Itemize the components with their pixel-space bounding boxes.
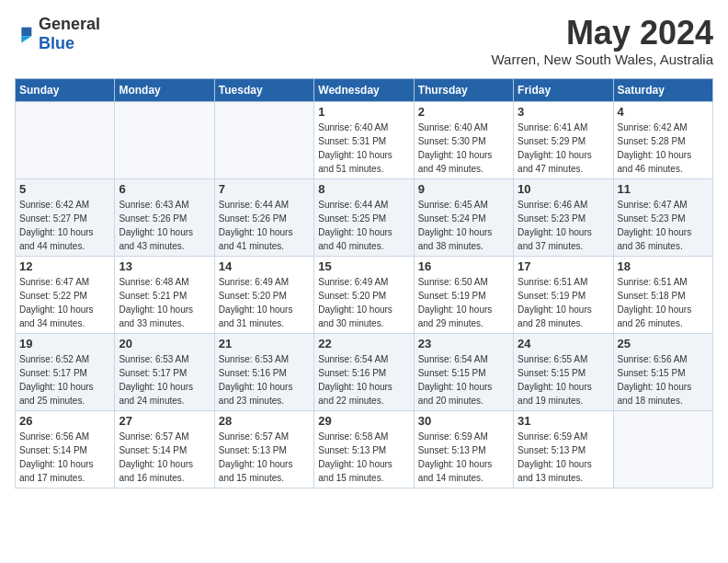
calendar-week-row: 12Sunrise: 6:47 AM Sunset: 5:22 PM Dayli… [16,256,713,333]
day-number: 3 [518,105,609,119]
calendar-day-cell: 6Sunrise: 6:43 AM Sunset: 5:26 PM Daylig… [115,178,214,256]
calendar-day-cell [214,101,313,178]
day-number: 26 [19,414,110,428]
day-number: 21 [219,337,310,350]
calendar-day-cell: 9Sunrise: 6:45 AM Sunset: 5:24 PM Daylig… [414,178,513,256]
month-year-title: May 2024 [492,15,713,52]
day-number: 24 [518,337,609,350]
calendar-week-row: 19Sunrise: 6:52 AM Sunset: 5:17 PM Dayli… [16,333,713,410]
day-number: 5 [19,182,110,196]
calendar-day-cell: 7Sunrise: 6:44 AM Sunset: 5:26 PM Daylig… [214,178,313,256]
day-info: Sunrise: 6:54 AM Sunset: 5:16 PM Dayligh… [318,352,409,408]
day-number: 28 [219,414,310,428]
day-number: 8 [318,182,409,196]
calendar-day-cell: 27Sunrise: 6:57 AM Sunset: 5:14 PM Dayli… [115,410,214,488]
day-number: 1 [318,105,409,119]
calendar-header-tuesday: Tuesday [214,78,313,101]
calendar-day-cell: 4Sunrise: 6:42 AM Sunset: 5:28 PM Daylig… [613,101,712,178]
day-info: Sunrise: 6:44 AM Sunset: 5:25 PM Dayligh… [318,198,409,253]
calendar-week-row: 1Sunrise: 6:40 AM Sunset: 5:31 PM Daylig… [16,101,713,178]
day-info: Sunrise: 6:57 AM Sunset: 5:13 PM Dayligh… [219,430,310,485]
day-info: Sunrise: 6:56 AM Sunset: 5:15 PM Dayligh… [618,352,709,408]
calendar-day-cell: 26Sunrise: 6:56 AM Sunset: 5:14 PM Dayli… [16,410,115,488]
calendar-day-cell: 17Sunrise: 6:51 AM Sunset: 5:19 PM Dayli… [514,256,613,333]
calendar-week-row: 5Sunrise: 6:42 AM Sunset: 5:27 PM Daylig… [16,178,713,256]
day-number: 19 [19,337,110,350]
calendar-day-cell: 24Sunrise: 6:55 AM Sunset: 5:15 PM Dayli… [514,333,613,410]
calendar-day-cell: 1Sunrise: 6:40 AM Sunset: 5:31 PM Daylig… [314,101,414,178]
title-block: May 2024 Warren, New South Wales, Austra… [492,15,713,67]
day-number: 23 [418,337,509,350]
day-info: Sunrise: 6:51 AM Sunset: 5:19 PM Dayligh… [518,275,609,330]
day-info: Sunrise: 6:42 AM Sunset: 5:27 PM Dayligh… [19,198,110,253]
svg-marker-0 [21,28,31,37]
day-number: 29 [318,414,409,428]
day-info: Sunrise: 6:43 AM Sunset: 5:26 PM Dayligh… [119,198,210,253]
logo-blue: Blue [39,34,74,52]
calendar-day-cell: 20Sunrise: 6:53 AM Sunset: 5:17 PM Dayli… [115,333,214,410]
day-number: 27 [119,414,210,428]
day-number: 11 [618,182,709,196]
calendar-day-cell: 10Sunrise: 6:46 AM Sunset: 5:23 PM Dayli… [514,178,613,256]
day-info: Sunrise: 6:58 AM Sunset: 5:13 PM Dayligh… [318,430,409,485]
day-number: 16 [418,259,509,273]
calendar-day-cell: 15Sunrise: 6:49 AM Sunset: 5:20 PM Dayli… [314,256,414,333]
calendar-header-sunday: Sunday [16,78,115,101]
day-info: Sunrise: 6:44 AM Sunset: 5:26 PM Dayligh… [219,198,310,253]
day-number: 13 [119,259,210,273]
calendar-day-cell: 2Sunrise: 6:40 AM Sunset: 5:30 PM Daylig… [414,101,513,178]
calendar-day-cell: 30Sunrise: 6:59 AM Sunset: 5:13 PM Dayli… [414,410,513,488]
day-info: Sunrise: 6:40 AM Sunset: 5:31 PM Dayligh… [318,121,409,176]
calendar-header-wednesday: Wednesday [314,78,414,101]
day-number: 6 [119,182,210,196]
calendar-day-cell: 28Sunrise: 6:57 AM Sunset: 5:13 PM Dayli… [214,410,313,488]
day-number: 15 [318,259,409,273]
calendar-week-row: 26Sunrise: 6:56 AM Sunset: 5:14 PM Dayli… [16,410,713,488]
day-info: Sunrise: 6:57 AM Sunset: 5:14 PM Dayligh… [119,430,210,485]
calendar-day-cell: 11Sunrise: 6:47 AM Sunset: 5:23 PM Dayli… [613,178,712,256]
calendar-day-cell: 25Sunrise: 6:56 AM Sunset: 5:15 PM Dayli… [613,333,712,410]
day-info: Sunrise: 6:52 AM Sunset: 5:17 PM Dayligh… [19,352,110,408]
calendar-day-cell: 12Sunrise: 6:47 AM Sunset: 5:22 PM Dayli… [16,256,115,333]
calendar-day-cell [16,101,115,178]
day-number: 25 [618,337,709,350]
day-number: 4 [618,105,709,119]
calendar-day-cell: 3Sunrise: 6:41 AM Sunset: 5:29 PM Daylig… [514,101,613,178]
day-info: Sunrise: 6:40 AM Sunset: 5:30 PM Dayligh… [418,121,509,176]
day-number: 30 [418,414,509,428]
calendar-day-cell: 21Sunrise: 6:53 AM Sunset: 5:16 PM Dayli… [214,333,313,410]
day-number: 14 [219,259,310,273]
calendar-header-saturday: Saturday [613,78,712,101]
day-number: 17 [518,259,609,273]
calendar-day-cell: 16Sunrise: 6:50 AM Sunset: 5:19 PM Dayli… [414,256,513,333]
calendar-body: 1Sunrise: 6:40 AM Sunset: 5:31 PM Daylig… [16,101,713,488]
logo-text: General Blue [39,15,100,53]
day-info: Sunrise: 6:48 AM Sunset: 5:21 PM Dayligh… [119,275,210,330]
day-number: 10 [518,182,609,196]
calendar-day-cell [115,101,214,178]
calendar-day-cell: 29Sunrise: 6:58 AM Sunset: 5:13 PM Dayli… [314,410,414,488]
day-info: Sunrise: 6:56 AM Sunset: 5:14 PM Dayligh… [19,430,110,485]
day-info: Sunrise: 6:54 AM Sunset: 5:15 PM Dayligh… [418,352,509,408]
day-number: 2 [418,105,509,119]
calendar-day-cell: 22Sunrise: 6:54 AM Sunset: 5:16 PM Dayli… [314,333,414,410]
day-info: Sunrise: 6:47 AM Sunset: 5:23 PM Dayligh… [618,198,709,253]
day-info: Sunrise: 6:51 AM Sunset: 5:18 PM Dayligh… [618,275,709,330]
logo-general: General [39,15,100,33]
day-info: Sunrise: 6:50 AM Sunset: 5:19 PM Dayligh… [418,275,509,330]
day-info: Sunrise: 6:49 AM Sunset: 5:20 PM Dayligh… [219,275,310,330]
calendar-header-row: SundayMondayTuesdayWednesdayThursdayFrid… [16,78,713,101]
calendar-table: SundayMondayTuesdayWednesdayThursdayFrid… [15,78,713,488]
logo-icon [15,24,35,44]
day-number: 31 [518,414,609,428]
calendar-header-thursday: Thursday [414,78,513,101]
day-info: Sunrise: 6:53 AM Sunset: 5:17 PM Dayligh… [119,352,210,408]
calendar-day-cell: 31Sunrise: 6:59 AM Sunset: 5:13 PM Dayli… [514,410,613,488]
calendar-day-cell: 8Sunrise: 6:44 AM Sunset: 5:25 PM Daylig… [314,178,414,256]
day-number: 12 [19,259,110,273]
calendar-day-cell: 14Sunrise: 6:49 AM Sunset: 5:20 PM Dayli… [214,256,313,333]
day-info: Sunrise: 6:45 AM Sunset: 5:24 PM Dayligh… [418,198,509,253]
calendar-header-monday: Monday [115,78,214,101]
day-number: 9 [418,182,509,196]
day-info: Sunrise: 6:46 AM Sunset: 5:23 PM Dayligh… [518,198,609,253]
